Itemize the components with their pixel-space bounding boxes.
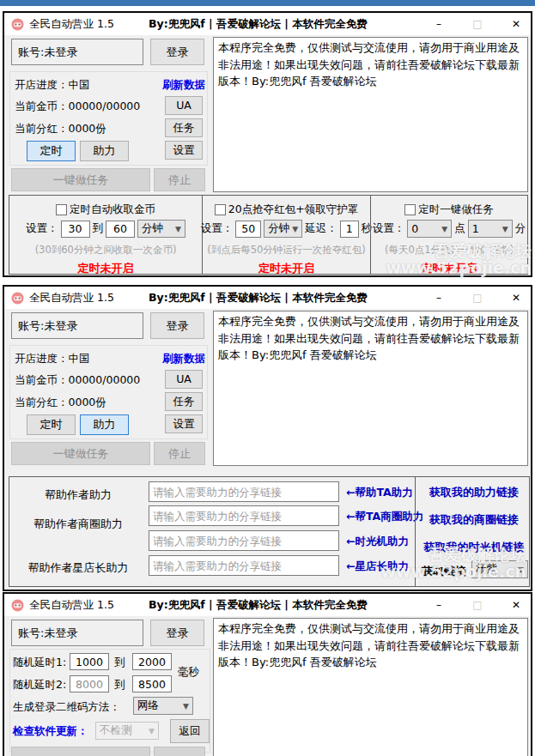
dividend-label: 当前分红：0000份 — [15, 122, 106, 136]
check-update-label: 检查软件更新： — [13, 724, 88, 739]
notice-textbox: 本程序完全免费，仅供测试与交流使用，请勿用于商业用途及非法用途！如果出现失效问题… — [213, 37, 528, 192]
get-link-select[interactable]: 杨紫 ▼ — [471, 560, 528, 578]
notice-textbox: 本程序完全免费，仅供测试与交流使用，请勿用于商业用途及非法用途！如果出现失效问题… — [213, 618, 528, 756]
delay-label: 延迟： — [305, 221, 337, 236]
minimize-icon[interactable]: – — [431, 287, 447, 309]
get-my-time-machine-link[interactable]: 获取我的时光机链接 — [420, 540, 528, 555]
stop-button[interactable]: 停止 — [154, 442, 205, 465]
refresh-data-link[interactable]: 刷新数据 — [162, 78, 205, 93]
divider — [415, 477, 416, 586]
boost-link-input-3[interactable] — [149, 530, 339, 551]
boost-row-label: 帮助作者助力 — [9, 487, 147, 503]
hour-label: 点 — [454, 221, 465, 236]
boost-link-input-2[interactable] — [149, 505, 339, 526]
shop-progress-label: 开店进度：中国 — [15, 352, 90, 366]
settings-button[interactable]: 设置 — [165, 141, 203, 160]
stop-button[interactable]: 停止 — [154, 168, 205, 191]
task-button[interactable]: 任务 — [165, 392, 203, 411]
delay1-from-input[interactable] — [70, 653, 109, 670]
redpacket-timer-checkbox[interactable] — [215, 204, 226, 215]
tab-timer[interactable]: 定时 — [27, 414, 76, 435]
maximize-icon[interactable]: □ — [470, 13, 485, 35]
timer-panel-coins: 定时自动收取金币 设置： 到 分钟 ▼ (30到60分钟之间收取一次金币) 定时… — [9, 195, 203, 275]
delay2-from-input[interactable] — [70, 675, 109, 692]
login-button[interactable]: 登录 — [150, 620, 204, 646]
qr-method-label: 生成登录二维码方法： — [13, 700, 120, 715]
check-update-select[interactable]: 不检测 ▼ — [95, 722, 159, 740]
window-byline: By:兜兜风f | 吾爱破解论坛 | 本软件完全免费 — [149, 17, 368, 32]
task-button[interactable]: 任务 — [165, 118, 203, 137]
delay1-to-input[interactable] — [132, 653, 172, 670]
refresh-data-link[interactable]: 刷新数据 — [162, 352, 205, 366]
notice-textbox: 本程序完全免费，仅供测试与交流使用，请勿用于商业用途及非法用途！如果出现失效问题… — [213, 311, 528, 466]
ua-button[interactable]: UA — [165, 370, 203, 389]
settings-button[interactable]: 设置 — [165, 414, 203, 433]
star-manager-boost-link[interactable]: ←星店长助力 — [346, 559, 409, 574]
title-bar: 全民自动营业 1.5 By:兜兜风f | 吾爱破解论坛 | 本软件完全免费 – … — [4, 594, 531, 616]
close-icon[interactable]: ✕ — [508, 594, 524, 616]
milliseconds-label: 毫秒 — [178, 665, 199, 680]
random-delay1-label: 随机延时1: — [13, 656, 66, 670]
window-title: 全民自动营业 1.5 — [29, 17, 114, 32]
coins-label: 当前金币：00000/00000 — [15, 100, 140, 114]
close-icon[interactable]: ✕ — [508, 287, 524, 309]
coins-timer-checkbox[interactable] — [56, 204, 67, 215]
boost-link-input-1[interactable] — [149, 481, 339, 502]
login-button[interactable]: 登录 — [150, 39, 204, 65]
onekey-hour-select[interactable]: 0 ▼ — [407, 220, 452, 238]
onekey-task-button[interactable]: 一键做任务 — [11, 168, 150, 191]
close-icon[interactable]: ✕ — [508, 13, 524, 35]
coins-timer-checkbox-label: 定时自动收取金币 — [70, 203, 155, 217]
time-machine-boost-link[interactable]: ←时光机助力 — [346, 535, 409, 549]
redpacket-timer-hint: (到点后每50分钟运行一次抢夺红包) — [203, 244, 370, 257]
minimize-icon[interactable]: – — [431, 594, 447, 616]
app-icon — [11, 292, 24, 305]
delay2-to-input[interactable] — [132, 675, 172, 692]
redpacket-unit-select[interactable]: 分钟 ▼ — [264, 220, 302, 238]
random-delay2-label: 随机延时2: — [13, 678, 66, 692]
onekey-task-button[interactable]: 一键做任务 — [11, 442, 150, 465]
coins-label: 当前金币：00000/00000 — [15, 373, 140, 388]
chevron-down-icon: ▼ — [441, 225, 447, 233]
onekey-timer-status: 定时未开启 — [371, 261, 527, 276]
tab-timer[interactable]: 定时 — [27, 141, 76, 161]
coins-from-input[interactable] — [61, 221, 90, 238]
minimize-icon[interactable]: – — [431, 13, 447, 35]
help-ta-boost-link[interactable]: ←帮助TA助力 — [346, 486, 413, 500]
stop-button-clipped[interactable] — [154, 747, 205, 756]
redpacket-delay-input[interactable] — [340, 221, 359, 238]
title-bar: 全民自动营业 1.5 By:兜兜风f | 吾爱破解论坛 | 本软件完全免费 – … — [4, 287, 531, 309]
coins-to-input[interactable] — [106, 221, 135, 238]
to-label: 到 — [114, 656, 125, 670]
onekey-task-button-clipped[interactable] — [11, 747, 150, 756]
get-my-circle-link[interactable]: 获取我的商圈链接 — [420, 512, 528, 528]
boost-link-input-4[interactable] — [149, 555, 339, 576]
back-button[interactable]: 返回 — [170, 719, 210, 743]
window-title: 全民自动营业 1.5 — [29, 291, 114, 305]
minute-label: 分 — [515, 221, 526, 236]
tab-boost[interactable]: 助力 — [80, 141, 129, 161]
onekey-timer-checkbox[interactable] — [404, 204, 416, 215]
qr-method-select[interactable]: 网络 ▼ — [133, 697, 193, 715]
chevron-down-icon: ▼ — [292, 225, 298, 233]
login-button[interactable]: 登录 — [150, 312, 204, 339]
timer-panel-onekey: 定时一键做任务 设置： 0 ▼ 点 1 ▼ 分 (每天0点1分执行一键做任务) — [370, 195, 528, 275]
timer-panel-redpacket: 20点抢夺红包+领取守护罩 设置： 分钟 ▼ 延迟： 秒 (到点后每50分钟运行… — [202, 195, 371, 275]
get-my-boost-link[interactable]: 获取我的助力链接 — [420, 485, 528, 500]
set-label: 设置： — [26, 221, 58, 236]
onekey-timer-hint: (每天0点1分执行一键做任务) — [371, 244, 527, 257]
account-status-box: 账号:未登录 — [11, 312, 143, 339]
boost-row-label: 帮助作者星店长助力 — [9, 560, 147, 576]
coins-unit-select[interactable]: 分钟 ▼ — [137, 220, 185, 238]
settings-window: 全民自动营业 1.5 By:兜兜风f | 吾爱破解论坛 | 本软件完全免费 – … — [3, 592, 532, 756]
tab-boost[interactable]: 助力 — [80, 414, 129, 435]
chevron-down-icon: ▼ — [149, 727, 155, 735]
app-icon — [11, 599, 24, 612]
ua-button[interactable]: UA — [165, 96, 203, 115]
help-ta-circle-boost-link[interactable]: ←帮TA商圈助力 — [346, 510, 423, 524]
redpacket-interval-input[interactable] — [235, 221, 261, 238]
screenshot-canvas: 全民自动营业 1.5 By:兜兜风f | 吾爱破解论坛 | 本软件完全免费 – … — [0, 0, 535, 756]
onekey-minute-select[interactable]: 1 ▼ — [468, 220, 513, 238]
maximize-icon[interactable]: □ — [470, 594, 485, 616]
maximize-icon[interactable]: □ — [470, 287, 485, 309]
